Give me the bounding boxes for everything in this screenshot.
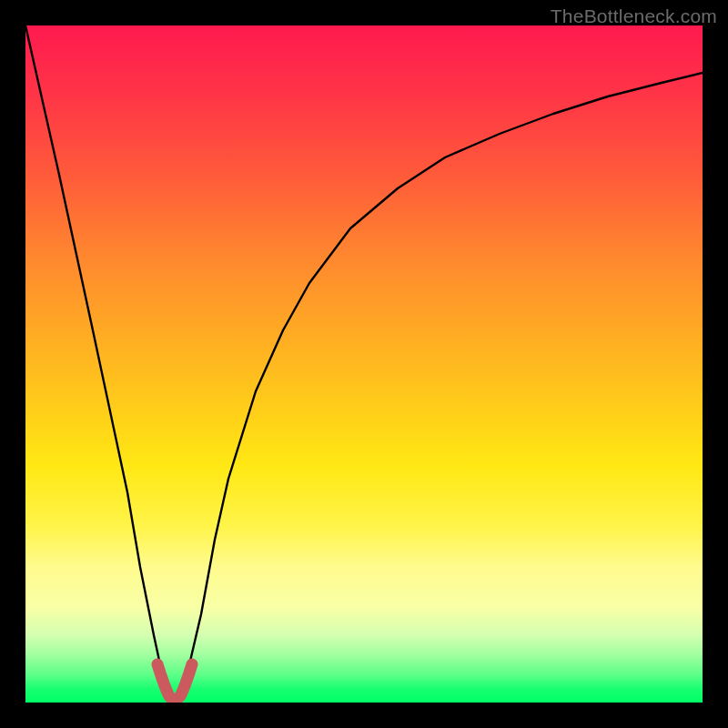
curve-layer [25,25,703,703]
watermark-text: TheBottleneck.com [551,5,717,27]
bottleneck-curve [25,25,703,701]
chart-frame: TheBottleneck.com [0,0,728,728]
highlight-valley [157,664,192,700]
plot-area [25,25,703,703]
